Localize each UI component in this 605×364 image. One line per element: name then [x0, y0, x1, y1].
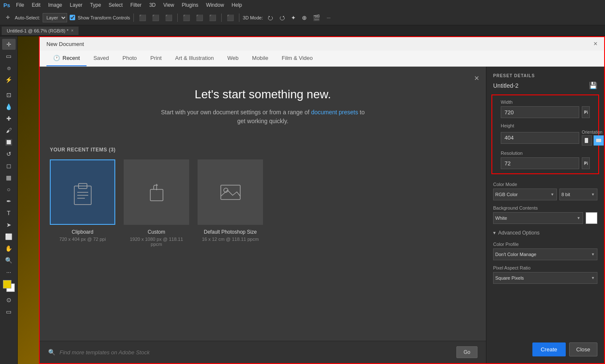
- align-bottom-icon[interactable]: ⬛: [207, 13, 218, 22]
- menu-select[interactable]: Select: [105, 1, 126, 9]
- landscape-orientation-btn[interactable]: [594, 135, 604, 146]
- menu-view[interactable]: View: [160, 1, 178, 9]
- menu-window[interactable]: Window: [203, 1, 228, 9]
- menu-plugins[interactable]: Plugins: [179, 1, 202, 9]
- screen-mode-btn[interactable]: ▭: [2, 306, 16, 317]
- distribute-icon[interactable]: ⬛: [225, 13, 236, 22]
- height-label: Height: [501, 123, 590, 128]
- search-input[interactable]: [60, 349, 452, 356]
- menu-edit[interactable]: Edit: [28, 1, 44, 9]
- welcome-title: Let's start something new.: [57, 88, 469, 101]
- shape-tool[interactable]: ⬜: [2, 231, 16, 242]
- color-mode-row: RGB Color CMYK Color Grayscale 8 bit 16 …: [493, 189, 597, 200]
- portrait-orientation-btn[interactable]: [582, 135, 592, 146]
- width-input[interactable]: [501, 106, 579, 118]
- path-select-tool[interactable]: ➤: [2, 219, 16, 230]
- type-tool[interactable]: T: [2, 208, 16, 218]
- eyedropper-tool[interactable]: 💧: [2, 101, 16, 112]
- welcome-close-button[interactable]: ×: [474, 73, 479, 83]
- height-input[interactable]: [501, 132, 579, 144]
- create-button[interactable]: Create: [532, 342, 566, 356]
- align-left-icon[interactable]: ⬛: [137, 13, 148, 22]
- save-preset-icon[interactable]: 💾: [589, 81, 597, 89]
- recent-item-thumb-custom[interactable]: [124, 159, 189, 225]
- zoom-tool[interactable]: 🔍: [2, 255, 16, 266]
- bg-contents-select[interactable]: White Black Background Color Transparent: [493, 212, 583, 224]
- eraser-tool[interactable]: ◻: [2, 160, 16, 171]
- crop-tool[interactable]: ⊡: [2, 89, 16, 100]
- list-item[interactable]: Custom 1920 x 1080 px @ 118.11 ppcm: [124, 159, 189, 247]
- tab-photo[interactable]: Photo: [116, 51, 144, 66]
- 3d-mode-icon-4[interactable]: ⊕: [300, 13, 309, 22]
- document-tab[interactable]: Untitled-1 @ 66.7% (RGB/8) * ×: [2, 27, 79, 35]
- stamp-tool[interactable]: 🔲: [2, 137, 16, 148]
- color-swatches[interactable]: [3, 280, 15, 292]
- more-tools[interactable]: ···: [2, 267, 16, 278]
- tab-film-video[interactable]: Film & Video: [275, 51, 319, 66]
- brush-tool[interactable]: 🖌: [2, 125, 16, 136]
- dodge-tool[interactable]: ○: [2, 184, 16, 195]
- menu-type[interactable]: Type: [87, 1, 104, 9]
- welcome-subtitle: Start with your own document settings or…: [57, 108, 469, 126]
- pixel-aspect-select[interactable]: Square Pixels D1/DV NTSC D1/DV PAL: [493, 272, 597, 284]
- 3d-mode-icon-5[interactable]: 🎬: [311, 13, 322, 22]
- tab-mobile[interactable]: Mobile: [245, 51, 275, 66]
- lasso-tool[interactable]: ⌾: [2, 62, 16, 73]
- dialog-close-button[interactable]: ×: [594, 40, 597, 47]
- align-right-icon[interactable]: ⬛: [163, 13, 174, 22]
- menu-help[interactable]: Help: [228, 1, 246, 9]
- align-top-icon[interactable]: ⬛: [181, 13, 192, 22]
- transform-controls-checkbox[interactable]: [70, 15, 75, 20]
- 3d-mode-icon-1[interactable]: ⭮: [266, 13, 275, 22]
- align-middle-icon[interactable]: ⬛: [194, 13, 205, 22]
- color-mode-label: Color Mode: [493, 182, 597, 187]
- go-button[interactable]: Go: [456, 346, 477, 358]
- tab-saved[interactable]: Saved: [87, 51, 116, 66]
- list-item[interactable]: Default Photoshop Size 16 x 12 cm @ 118.…: [198, 159, 263, 247]
- resolution-input-row: Pixels/Inch Pixels/Centimeter: [501, 157, 590, 169]
- gradient-tool[interactable]: ▦: [2, 172, 16, 183]
- recent-item-thumb-default[interactable]: [198, 159, 263, 225]
- tab-print[interactable]: Print: [144, 51, 168, 66]
- tab-web[interactable]: Web: [221, 51, 246, 66]
- tab-art-illustration[interactable]: Art & Illustration: [168, 51, 221, 66]
- close-button[interactable]: Close: [569, 342, 597, 356]
- bg-color-swatch[interactable]: [586, 212, 597, 224]
- advanced-options-toggle[interactable]: ▾ Advanced Options: [486, 226, 604, 239]
- move-tool-btn[interactable]: ✛: [3, 13, 12, 22]
- recent-item-thumb-clipboard[interactable]: [50, 159, 115, 225]
- recent-item-info-clipboard: 720 x 404 px @ 72 ppi: [59, 237, 106, 242]
- color-mode-select[interactable]: RGB Color CMYK Color Grayscale: [493, 189, 557, 200]
- width-unit-select[interactable]: Pixels Inches Centimeters: [582, 106, 590, 118]
- history-brush[interactable]: ↺: [2, 148, 16, 159]
- auto-select-dropdown[interactable]: Layer: [43, 13, 67, 22]
- quick-mask-btn[interactable]: ⊙: [2, 294, 16, 305]
- close-tab-icon[interactable]: ×: [71, 28, 73, 33]
- bit-depth-select[interactable]: 8 bit 16 bit 32 bit: [559, 189, 597, 200]
- marquee-tool[interactable]: ▭: [2, 51, 16, 62]
- align-center-icon[interactable]: ⬛: [150, 13, 161, 22]
- recent-items-list: Clipboard 720 x 404 px @ 72 ppi: [50, 159, 476, 247]
- heal-tool[interactable]: ✚: [2, 113, 16, 124]
- toolbar-divider-2: [177, 13, 178, 22]
- move-tool[interactable]: ✛: [2, 39, 16, 50]
- web-tab-label: Web: [228, 55, 239, 61]
- menu-image[interactable]: Image: [45, 1, 65, 9]
- resolution-unit-select[interactable]: Pixels/Inch Pixels/Centimeter: [582, 157, 590, 169]
- pen-tool[interactable]: ✒: [2, 196, 16, 207]
- list-item[interactable]: Clipboard 720 x 404 px @ 72 ppi: [50, 159, 115, 247]
- foreground-color-swatch[interactable]: [3, 280, 11, 289]
- resolution-input[interactable]: [501, 157, 579, 169]
- 3d-mode-icon-2[interactable]: ⭯: [277, 13, 287, 22]
- menu-filter[interactable]: Filter: [127, 1, 145, 9]
- hand-tool[interactable]: ✋: [2, 243, 16, 254]
- color-profile-select[interactable]: Don't Color Manage sRGB Adobe RGB: [493, 248, 597, 260]
- document-presets-link[interactable]: document presets: [311, 109, 358, 116]
- quick-select-tool[interactable]: ⚡: [2, 74, 16, 85]
- menu-file[interactable]: File: [13, 1, 27, 9]
- menu-layer[interactable]: Layer: [66, 1, 86, 9]
- menu-3d[interactable]: 3D: [146, 1, 159, 9]
- 3d-mode-icon-3[interactable]: ✦: [289, 13, 298, 22]
- tab-recent[interactable]: 🕐 Recent: [46, 51, 87, 66]
- more-btn[interactable]: ···: [324, 14, 333, 22]
